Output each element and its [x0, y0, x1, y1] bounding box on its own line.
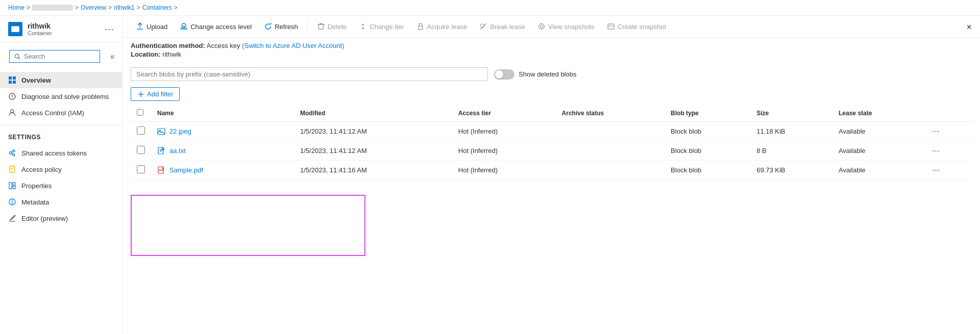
breadcrumb-storage[interactable]: rithwik1	[114, 4, 135, 11]
breadcrumb-containers[interactable]: Containers	[142, 4, 172, 11]
row-blob-type: Block blob	[665, 141, 750, 161]
properties-icon	[8, 182, 16, 190]
toggle-knob	[495, 70, 503, 79]
change-access-button[interactable]: Change access level	[175, 20, 257, 33]
sidebar-item-diagnose[interactable]: Diagnose and solve problems	[0, 88, 122, 105]
table-row[interactable]: PDF Sample.pdf 1/5/2023, 11:41:16 AM Hot…	[131, 161, 972, 180]
add-filter-label: Add filter	[147, 90, 173, 98]
nav-section-settings: Shared access tokens Access policy Prope…	[0, 143, 122, 228]
show-deleted-toggle-container: Show deleted blobs	[494, 69, 576, 80]
upload-label: Upload	[146, 23, 167, 31]
change-tier-icon	[359, 22, 367, 31]
container-icon	[8, 22, 22, 36]
main-content: × Upload Change access level Refresh	[122, 16, 980, 334]
show-deleted-toggle[interactable]	[494, 69, 514, 80]
search-input[interactable]	[24, 53, 95, 60]
view-snapshots-icon	[537, 22, 546, 31]
svg-rect-5	[13, 76, 16, 80]
close-button[interactable]: ×	[966, 22, 972, 33]
acquire-lease-button[interactable]: Acquire lease	[411, 20, 473, 33]
row-more-button[interactable]: ···	[930, 165, 942, 175]
sidebar-item-access-policy[interactable]: Access policy	[0, 161, 122, 177]
row-more-button[interactable]: ···	[930, 145, 942, 156]
svg-point-12	[10, 152, 12, 155]
change-tier-button[interactable]: Change tier	[354, 20, 409, 33]
row-archive-status	[556, 141, 665, 161]
row-checkbox[interactable]	[137, 146, 145, 154]
svg-rect-20	[9, 183, 12, 189]
sidebar-more-button[interactable]: ⋯	[105, 23, 114, 35]
toolbar: Upload Change access level Refresh Delet…	[122, 16, 980, 38]
sidebar-item-editor[interactable]: Editor (preview)	[0, 210, 122, 226]
sidebar-item-label-diagnose: Diagnose and solve problems	[21, 93, 109, 100]
row-checkbox[interactable]	[137, 126, 145, 135]
break-lease-button[interactable]: Break lease	[474, 20, 530, 33]
delete-button[interactable]: Delete	[312, 20, 352, 33]
file-name-link[interactable]: Sample.pdf	[169, 166, 203, 174]
row-checkbox[interactable]	[137, 165, 145, 173]
search-icon	[14, 53, 21, 60]
sidebar-item-access-control[interactable]: Access Control (IAM)	[0, 105, 122, 121]
sidebar-item-overview[interactable]: Overview	[0, 72, 122, 88]
blob-search-container[interactable]	[131, 67, 488, 81]
row-more-cell[interactable]: ···	[924, 141, 972, 161]
collapse-sidebar-button[interactable]: «	[107, 51, 118, 62]
column-archive-status[interactable]: Archive status	[556, 105, 665, 122]
location-label: Location:	[131, 50, 161, 58]
breadcrumb-home[interactable]: Home	[8, 4, 24, 11]
add-filter-button[interactable]: Add filter	[131, 87, 180, 101]
column-modified[interactable]: Modified	[294, 105, 452, 122]
select-all-checkbox[interactable]	[137, 109, 143, 116]
refresh-button[interactable]: Refresh	[259, 20, 303, 33]
sidebar-item-properties[interactable]: Properties	[0, 177, 122, 194]
column-size[interactable]: Size	[750, 105, 832, 122]
svg-point-11	[11, 110, 14, 113]
file-name-link[interactable]: 22.jpeg	[169, 127, 191, 135]
column-name[interactable]: Name	[151, 105, 294, 122]
svg-rect-6	[9, 81, 12, 84]
file-icon	[157, 127, 165, 136]
row-size: 11.18 KiB	[750, 122, 832, 141]
row-name-cell[interactable]: PDF Sample.pdf	[151, 161, 294, 180]
row-more-button[interactable]: ···	[930, 126, 942, 136]
row-blob-type: Block blob	[665, 161, 750, 180]
svg-point-10	[12, 97, 13, 98]
row-checkbox-cell[interactable]	[131, 141, 151, 161]
location-value: rithwik	[162, 50, 181, 58]
search-box[interactable]	[9, 50, 100, 63]
create-snapshot-button[interactable]: Create snapshot	[602, 20, 671, 33]
row-more-cell[interactable]: ···	[924, 122, 972, 141]
break-lease-icon	[479, 22, 487, 31]
access-policy-icon	[8, 165, 16, 173]
sidebar-item-label-access-policy: Access policy	[21, 166, 62, 173]
breadcrumb-overview[interactable]: Overview	[81, 4, 106, 11]
upload-button[interactable]: Upload	[131, 20, 173, 33]
select-all-header[interactable]	[131, 105, 151, 122]
switch-account-link[interactable]: (Switch to Azure AD User Account)	[242, 42, 344, 49]
file-name-link[interactable]: aa.txt	[169, 147, 186, 155]
settings-section-label: Settings	[0, 127, 122, 143]
column-access-tier[interactable]: Access tier	[452, 105, 556, 122]
table-row[interactable]: aa.txt 1/5/2023, 11:41:12 AM Hot (Inferr…	[131, 141, 972, 161]
blob-search-input[interactable]	[131, 67, 488, 81]
svg-line-3	[18, 58, 20, 59]
table-header: Name Modified Access tier Archive status…	[131, 105, 972, 122]
sidebar-title-group: rithwik Container	[28, 22, 52, 36]
column-lease-state[interactable]: Lease state	[832, 105, 924, 122]
sidebar-item-metadata[interactable]: Metadata	[0, 194, 122, 210]
breadcrumb-sep3: >	[108, 4, 112, 11]
row-name-cell[interactable]: aa.txt	[151, 141, 294, 161]
row-checkbox-cell[interactable]	[131, 161, 151, 180]
row-more-cell[interactable]: ···	[924, 161, 972, 180]
svg-point-14	[13, 154, 15, 156]
row-checkbox-cell[interactable]	[131, 122, 151, 141]
view-snapshots-button[interactable]: View snapshots	[532, 20, 600, 33]
table-row[interactable]: 22.jpeg 1/5/2023, 11:41:12 AM Hot (Infer…	[131, 122, 972, 141]
column-blob-type[interactable]: Blob type	[665, 105, 750, 122]
svg-rect-27	[183, 26, 185, 28]
column-actions	[924, 105, 972, 122]
sidebar-item-shared-access[interactable]: Shared access tokens	[0, 145, 122, 161]
row-name-cell[interactable]: 22.jpeg	[151, 122, 294, 141]
upload-icon	[136, 22, 144, 31]
breadcrumb-sep5: >	[174, 4, 178, 11]
